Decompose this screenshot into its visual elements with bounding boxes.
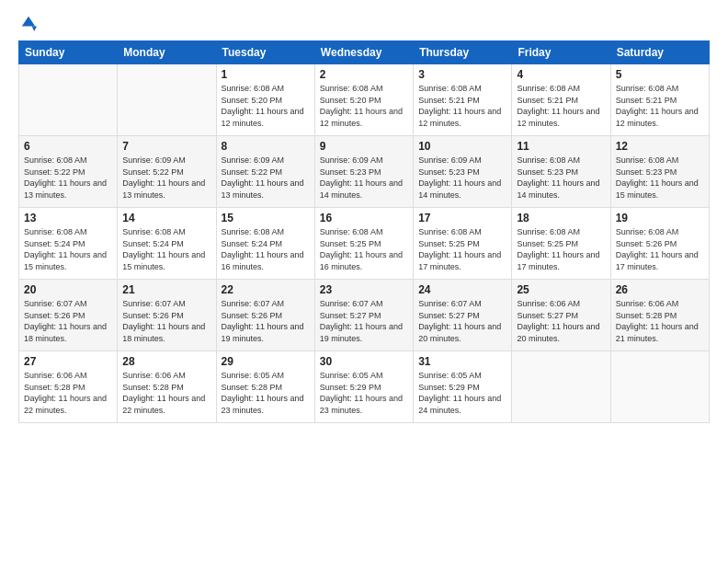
calendar-cell: 9Sunrise: 6:09 AM Sunset: 5:23 PM Daylig… [314, 136, 413, 208]
page: SundayMondayTuesdayWednesdayThursdayFrid… [0, 0, 728, 563]
day-number: 9 [320, 140, 408, 153]
day-info: Sunrise: 6:09 AM Sunset: 5:23 PM Dayligh… [320, 155, 408, 201]
calendar-cell: 4Sunrise: 6:08 AM Sunset: 5:21 PM Daylig… [512, 64, 610, 136]
svg-marker-0 [22, 17, 35, 27]
day-number: 7 [122, 140, 210, 153]
day-info: Sunrise: 6:09 AM Sunset: 5:22 PM Dayligh… [222, 155, 310, 201]
day-number: 29 [222, 355, 310, 368]
day-info: Sunrise: 6:07 AM Sunset: 5:26 PM Dayligh… [222, 298, 310, 344]
day-info: Sunrise: 6:08 AM Sunset: 5:26 PM Dayligh… [616, 226, 704, 272]
calendar-cell: 29Sunrise: 6:05 AM Sunset: 5:28 PM Dayli… [216, 351, 314, 423]
day-info: Sunrise: 6:06 AM Sunset: 5:28 PM Dayligh… [122, 370, 210, 416]
weekday-header: Saturday [610, 41, 709, 64]
day-number: 4 [517, 68, 605, 81]
day-number: 23 [320, 283, 408, 296]
day-info: Sunrise: 6:09 AM Sunset: 5:23 PM Dayligh… [418, 155, 506, 201]
day-info: Sunrise: 6:07 AM Sunset: 5:26 PM Dayligh… [24, 298, 112, 344]
weekday-header: Sunday [19, 41, 118, 64]
day-info: Sunrise: 6:08 AM Sunset: 5:25 PM Dayligh… [517, 226, 605, 272]
svg-marker-1 [32, 27, 37, 31]
calendar-cell: 5Sunrise: 6:08 AM Sunset: 5:21 PM Daylig… [610, 64, 709, 136]
calendar-cell: 23Sunrise: 6:07 AM Sunset: 5:27 PM Dayli… [314, 280, 413, 351]
weekday-header: Wednesday [314, 41, 413, 64]
calendar-cell: 12Sunrise: 6:08 AM Sunset: 5:23 PM Dayli… [610, 136, 709, 208]
day-number: 27 [24, 355, 112, 368]
calendar-cell: 8Sunrise: 6:09 AM Sunset: 5:22 PM Daylig… [216, 136, 314, 208]
calendar-cell: 22Sunrise: 6:07 AM Sunset: 5:26 PM Dayli… [216, 280, 314, 351]
day-info: Sunrise: 6:08 AM Sunset: 5:21 PM Dayligh… [418, 83, 506, 129]
calendar-cell: 17Sunrise: 6:08 AM Sunset: 5:25 PM Dayli… [414, 208, 512, 280]
calendar-cell: 6Sunrise: 6:08 AM Sunset: 5:22 PM Daylig… [19, 136, 118, 208]
day-info: Sunrise: 6:08 AM Sunset: 5:23 PM Dayligh… [517, 155, 605, 201]
day-info: Sunrise: 6:08 AM Sunset: 5:20 PM Dayligh… [222, 83, 310, 129]
day-info: Sunrise: 6:08 AM Sunset: 5:24 PM Dayligh… [122, 226, 210, 272]
day-number: 12 [616, 140, 704, 153]
calendar-cell: 18Sunrise: 6:08 AM Sunset: 5:25 PM Dayli… [512, 208, 610, 280]
calendar-cell: 20Sunrise: 6:07 AM Sunset: 5:26 PM Dayli… [19, 280, 118, 351]
calendar-week-row: 13Sunrise: 6:08 AM Sunset: 5:24 PM Dayli… [19, 208, 710, 280]
calendar-cell [610, 351, 709, 423]
day-number: 17 [418, 212, 506, 224]
day-info: Sunrise: 6:05 AM Sunset: 5:29 PM Dayligh… [320, 370, 408, 416]
calendar-cell: 15Sunrise: 6:08 AM Sunset: 5:24 PM Dayli… [216, 208, 314, 280]
calendar-week-row: 27Sunrise: 6:06 AM Sunset: 5:28 PM Dayli… [19, 351, 710, 423]
weekday-header: Friday [512, 41, 610, 64]
calendar-cell: 16Sunrise: 6:08 AM Sunset: 5:25 PM Dayli… [314, 208, 413, 280]
day-number: 8 [222, 140, 310, 153]
calendar-cell: 10Sunrise: 6:09 AM Sunset: 5:23 PM Dayli… [414, 136, 512, 208]
day-number: 15 [222, 212, 310, 224]
day-number: 16 [320, 212, 408, 224]
day-info: Sunrise: 6:06 AM Sunset: 5:28 PM Dayligh… [24, 370, 112, 416]
day-info: Sunrise: 6:07 AM Sunset: 5:26 PM Dayligh… [122, 298, 210, 344]
calendar-cell: 3Sunrise: 6:08 AM Sunset: 5:21 PM Daylig… [414, 64, 512, 136]
day-number: 1 [222, 68, 310, 81]
calendar-cell: 19Sunrise: 6:08 AM Sunset: 5:26 PM Dayli… [610, 208, 709, 280]
calendar-week-row: 6Sunrise: 6:08 AM Sunset: 5:22 PM Daylig… [19, 136, 710, 208]
calendar-cell: 24Sunrise: 6:07 AM Sunset: 5:27 PM Dayli… [414, 280, 512, 351]
logo [18, 15, 37, 31]
calendar-cell: 13Sunrise: 6:08 AM Sunset: 5:24 PM Dayli… [19, 208, 118, 280]
day-info: Sunrise: 6:05 AM Sunset: 5:29 PM Dayligh… [418, 370, 506, 416]
day-info: Sunrise: 6:08 AM Sunset: 5:21 PM Dayligh… [517, 83, 605, 129]
day-info: Sunrise: 6:08 AM Sunset: 5:21 PM Dayligh… [616, 83, 704, 129]
calendar-cell: 14Sunrise: 6:08 AM Sunset: 5:24 PM Dayli… [118, 208, 216, 280]
day-number: 18 [517, 212, 605, 224]
day-info: Sunrise: 6:08 AM Sunset: 5:23 PM Dayligh… [616, 155, 704, 201]
calendar-cell: 7Sunrise: 6:09 AM Sunset: 5:22 PM Daylig… [118, 136, 216, 208]
day-number: 26 [616, 283, 704, 296]
calendar-cell: 1Sunrise: 6:08 AM Sunset: 5:20 PM Daylig… [216, 64, 314, 136]
day-number: 6 [24, 140, 112, 153]
calendar-cell: 28Sunrise: 6:06 AM Sunset: 5:28 PM Dayli… [118, 351, 216, 423]
calendar-cell: 25Sunrise: 6:06 AM Sunset: 5:27 PM Dayli… [512, 280, 610, 351]
calendar-cell [19, 64, 118, 136]
day-info: Sunrise: 6:08 AM Sunset: 5:24 PM Dayligh… [222, 226, 310, 272]
day-number: 31 [418, 355, 506, 368]
calendar-cell: 11Sunrise: 6:08 AM Sunset: 5:23 PM Dayli… [512, 136, 610, 208]
day-number: 21 [122, 283, 210, 296]
calendar-cell: 2Sunrise: 6:08 AM Sunset: 5:20 PM Daylig… [314, 64, 413, 136]
calendar-cell: 21Sunrise: 6:07 AM Sunset: 5:26 PM Dayli… [118, 280, 216, 351]
day-number: 11 [517, 140, 605, 153]
calendar-cell: 26Sunrise: 6:06 AM Sunset: 5:28 PM Dayli… [610, 280, 709, 351]
calendar-cell: 30Sunrise: 6:05 AM Sunset: 5:29 PM Dayli… [314, 351, 413, 423]
day-number: 25 [517, 283, 605, 296]
calendar-cell [118, 64, 216, 136]
day-number: 2 [320, 68, 408, 81]
day-info: Sunrise: 6:08 AM Sunset: 5:22 PM Dayligh… [24, 155, 112, 201]
day-number: 10 [418, 140, 506, 153]
day-info: Sunrise: 6:09 AM Sunset: 5:22 PM Dayligh… [122, 155, 210, 201]
day-info: Sunrise: 6:07 AM Sunset: 5:27 PM Dayligh… [418, 298, 506, 344]
day-info: Sunrise: 6:08 AM Sunset: 5:25 PM Dayligh… [320, 226, 408, 272]
day-info: Sunrise: 6:06 AM Sunset: 5:27 PM Dayligh… [517, 298, 605, 344]
day-info: Sunrise: 6:08 AM Sunset: 5:20 PM Dayligh… [320, 83, 408, 129]
day-number: 14 [122, 212, 210, 224]
day-number: 20 [24, 283, 112, 296]
day-info: Sunrise: 6:06 AM Sunset: 5:28 PM Dayligh… [616, 298, 704, 344]
day-number: 3 [418, 68, 506, 81]
calendar-cell: 31Sunrise: 6:05 AM Sunset: 5:29 PM Dayli… [414, 351, 512, 423]
day-number: 5 [616, 68, 704, 81]
calendar-cell: 27Sunrise: 6:06 AM Sunset: 5:28 PM Dayli… [19, 351, 118, 423]
day-info: Sunrise: 6:08 AM Sunset: 5:25 PM Dayligh… [418, 226, 506, 272]
calendar-cell [512, 351, 610, 423]
calendar-week-row: 20Sunrise: 6:07 AM Sunset: 5:26 PM Dayli… [19, 280, 710, 351]
